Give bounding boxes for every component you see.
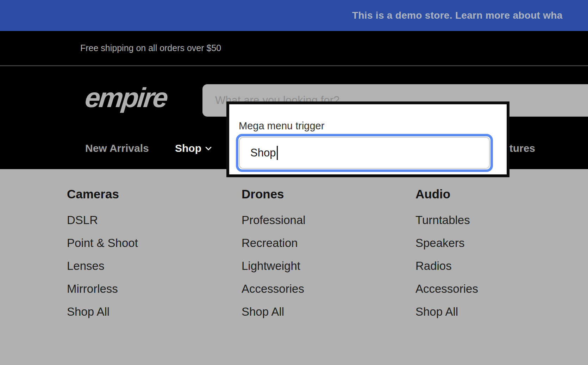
shipping-message: Free shipping on all orders over $50	[80, 31, 221, 65]
mega-menu-item[interactable]: Professional	[242, 209, 306, 231]
mega-menu-column-cameras: Cameras DSLR Point & Shoot Lenses Mirror…	[67, 187, 138, 323]
mega-menu-title[interactable]: Drones	[242, 187, 306, 202]
dialog-title: Mega menu trigger	[239, 120, 324, 132]
nav-label: New Arrivals	[85, 142, 149, 154]
mega-menu-column-drones: Drones Professional Recreation Lightweig…	[242, 187, 306, 323]
chevron-down-icon	[205, 141, 212, 154]
mega-menu-item[interactable]: Accessories	[242, 277, 306, 300]
mega-menu-item[interactable]: Turntables	[415, 209, 478, 231]
store-logo[interactable]: empire	[84, 83, 168, 112]
focus-ring: Shop	[236, 134, 493, 172]
mega-menu-item[interactable]: Recreation	[242, 231, 306, 254]
announcement-bar: Free shipping on all orders over $50	[0, 31, 588, 66]
nav-item-shop[interactable]: Shop	[175, 142, 212, 155]
mega-menu-item[interactable]: Accessories	[415, 277, 478, 300]
text-caret	[277, 146, 278, 160]
nav-item-new-arrivals[interactable]: New Arrivals	[85, 142, 149, 155]
demo-store-notice-link[interactable]: This is a demo store. Learn more about w…	[352, 0, 563, 31]
mega-menu-title[interactable]: Audio	[415, 187, 478, 202]
mega-menu-item[interactable]: Lightweight	[242, 254, 306, 277]
mega-menu-item[interactable]: Mirrorless	[67, 277, 138, 300]
mega-menu-item[interactable]: Lenses	[67, 254, 138, 277]
nav-label: Shop	[175, 142, 201, 154]
mega-menu-item[interactable]: Speakers	[415, 231, 478, 254]
mega-menu-item[interactable]: Point & Shoot	[67, 231, 138, 254]
mega-menu-column-audio: Audio Turntables Speakers Radios Accesso…	[415, 187, 478, 323]
mega-menu-trigger-input[interactable]: Shop	[239, 137, 490, 169]
mega-menu-item[interactable]: Radios	[415, 254, 478, 277]
mega-menu-item[interactable]: DSLR	[67, 209, 138, 231]
input-value: Shop	[250, 147, 276, 159]
mega-menu-title[interactable]: Cameras	[67, 187, 138, 202]
mega-menu-item[interactable]: Shop All	[242, 300, 306, 323]
mega-menu-item[interactable]: Shop All	[415, 300, 478, 323]
demo-banner: This is a demo store. Learn more about w…	[0, 0, 588, 31]
storefront-page: This is a demo store. Learn more about w…	[0, 0, 588, 365]
mega-menu-trigger-dialog: Mega menu trigger Shop	[226, 101, 509, 177]
mega-menu: Cameras DSLR Point & Shoot Lenses Mirror…	[0, 169, 588, 365]
mega-menu-item[interactable]: Shop All	[67, 300, 138, 323]
